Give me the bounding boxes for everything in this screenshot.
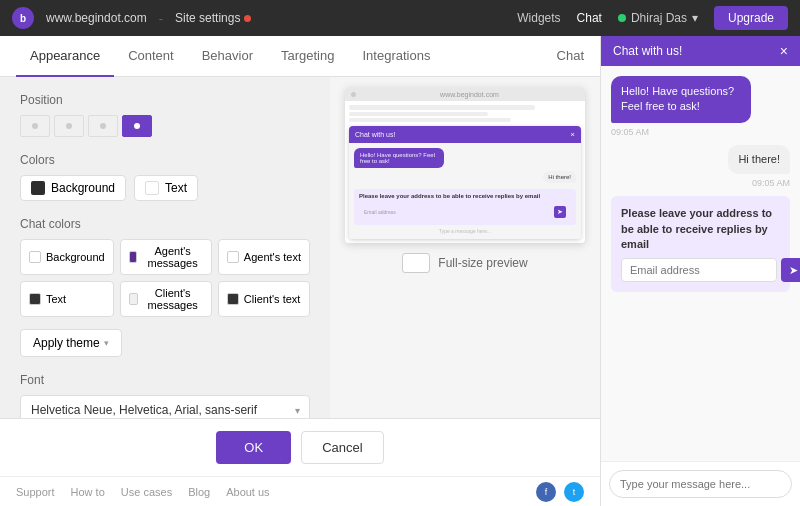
pos-top-left[interactable] (20, 115, 50, 137)
pos-top-center[interactable] (54, 115, 84, 137)
facebook-icon[interactable]: f (536, 482, 556, 502)
font-select[interactable]: Helvetica Neue, Helvetica, Arial, sans-s… (20, 395, 310, 418)
left-panel: Appearance Content Behavior Targeting In… (0, 36, 600, 506)
font-label: Font (20, 373, 310, 387)
user-online-dot (618, 14, 626, 22)
agent-message-1: Hello! Have questions? Feel free to ask! (611, 76, 751, 123)
footer-link-blog[interactable]: Blog (188, 486, 210, 498)
footer-link-howto[interactable]: How to (71, 486, 105, 498)
footer-link-usecases[interactable]: Use cases (121, 486, 172, 498)
ok-button[interactable]: OK (216, 431, 291, 464)
twitter-icon[interactable]: t (564, 482, 584, 502)
footer-link-about[interactable]: About us (226, 486, 269, 498)
pos-dot (134, 123, 140, 129)
chat-bg-swatch (29, 251, 41, 263)
settings-content: Position Colors Background T (0, 77, 330, 418)
preview-close-icon: × (570, 130, 575, 139)
clients-msg-swatch (129, 293, 138, 305)
preview-area: www.begindot.com Chat with us! × (330, 77, 600, 418)
agents-msg-swatch (129, 251, 138, 263)
clients-text-swatch (227, 293, 239, 305)
cancel-button[interactable]: Cancel (301, 431, 383, 464)
chevron-down-icon: ▾ (104, 338, 109, 348)
preview-send-icon: ➤ (554, 206, 566, 218)
preview-lines (345, 101, 585, 122)
preview-chat-window: Chat with us! × Hello! Have questions? F… (349, 126, 581, 239)
close-icon[interactable]: × (780, 44, 788, 58)
email-capture-box: Please leave your address to be able to … (611, 196, 790, 292)
background-color-btn[interactable]: Background (20, 175, 126, 201)
preview-user-bubble: Hi there! (543, 171, 576, 183)
agents-text-swatch (227, 251, 239, 263)
tab-behavior[interactable]: Behavior (188, 36, 267, 77)
preview-type-hint: Type a message here... (354, 228, 576, 234)
preview-dot (351, 92, 356, 97)
email-send-button[interactable]: ➤ (781, 258, 800, 282)
user-time-1: 09:05 AM (611, 178, 790, 188)
chat-panel: Chat with us! × Hello! Have questions? F… (600, 36, 800, 506)
footer: Support How to Use cases Blog About us f… (0, 476, 600, 506)
chat-colors-label: Chat colors (20, 217, 310, 231)
chat-panel-header: Chat with us! × (601, 36, 800, 66)
chat-colors-grid: Background Agent's messages Agent's text… (20, 239, 310, 317)
chat-panel-title: Chat with us! (613, 44, 682, 58)
chevron-down-icon: ▾ (692, 11, 698, 25)
agents-messages-btn[interactable]: Agent's messages (120, 239, 212, 275)
chat-text-swatch (29, 293, 41, 305)
chat-text-btn[interactable]: Text (20, 281, 114, 317)
email-input-row: ➤ (621, 258, 780, 282)
fullsize-checkbox[interactable] (402, 253, 430, 273)
position-label: Position (20, 93, 310, 107)
preview-url: www.begindot.com (360, 91, 579, 98)
fullsize-preview-row: Full-size preview (402, 253, 527, 273)
notification-dot (244, 15, 251, 22)
topbar-separator: - (159, 11, 163, 26)
clients-text-btn[interactable]: Client's text (218, 281, 310, 317)
colors-row: Background Text (20, 175, 310, 201)
preview-topbar: www.begindot.com (345, 87, 585, 101)
pos-top-right[interactable] (88, 115, 118, 137)
preview-email-placeholder: Email address (364, 209, 554, 215)
pos-bottom-right[interactable] (122, 115, 152, 137)
tab-content[interactable]: Content (114, 36, 188, 77)
preview-chat-body: Hello! Have questions? Feel free to ask!… (349, 143, 581, 239)
preview-email-capture: Please leave your address to be able to … (354, 189, 576, 225)
tab-integrations[interactable]: Integrations (348, 36, 444, 77)
footer-link-support[interactable]: Support (16, 486, 55, 498)
topbar-user[interactable]: Dhiraj Das ▾ (618, 11, 698, 25)
tab-appearance[interactable]: Appearance (16, 36, 114, 77)
pos-dot (100, 123, 106, 129)
panel-body: Position Colors Background T (0, 77, 600, 418)
preview-window: www.begindot.com Chat with us! × (345, 87, 585, 243)
upgrade-button[interactable]: Upgrade (714, 6, 788, 30)
user-message-1: Hi there! (728, 145, 790, 174)
topbar-site-settings[interactable]: Site settings (175, 11, 251, 25)
apply-theme-button[interactable]: Apply theme ▾ (20, 329, 122, 357)
topbar: b www.begindot.com - Site settings Widge… (0, 0, 800, 36)
preview-agent-bubble: Hello! Have questions? Feel free to ask! (354, 148, 444, 168)
preview-chat-header: Chat with us! × (349, 126, 581, 143)
fullsize-preview-label: Full-size preview (438, 256, 527, 270)
agents-text-btn[interactable]: Agent's text (218, 239, 310, 275)
tabs-bar: Appearance Content Behavior Targeting In… (0, 36, 600, 77)
pos-dot (32, 123, 38, 129)
topbar-url: www.begindot.com (46, 11, 147, 25)
text-color-btn[interactable]: Text (134, 175, 198, 201)
text-color-swatch (145, 181, 159, 195)
footer-social: f t (536, 482, 584, 502)
chat-messages-area: Hello! Have questions? Feel free to ask!… (601, 66, 800, 461)
chat-message-input[interactable] (609, 470, 792, 498)
nav-widgets[interactable]: Widgets (517, 11, 560, 25)
tab-targeting[interactable]: Targeting (267, 36, 348, 77)
nav-chat[interactable]: Chat (577, 11, 602, 25)
bottom-bar: OK Cancel (0, 418, 600, 476)
colors-label: Colors (20, 153, 310, 167)
agent-time-1: 09:05 AM (611, 127, 790, 137)
clients-messages-btn[interactable]: Client's messages (120, 281, 212, 317)
email-capture-title: Please leave your address to be able to … (621, 206, 780, 252)
chat-bg-btn[interactable]: Background (20, 239, 114, 275)
position-grid (20, 115, 310, 137)
app-logo: b (12, 7, 34, 29)
topbar-nav: Widgets Chat Dhiraj Das ▾ Upgrade (517, 6, 788, 30)
email-input-field[interactable] (621, 258, 777, 282)
